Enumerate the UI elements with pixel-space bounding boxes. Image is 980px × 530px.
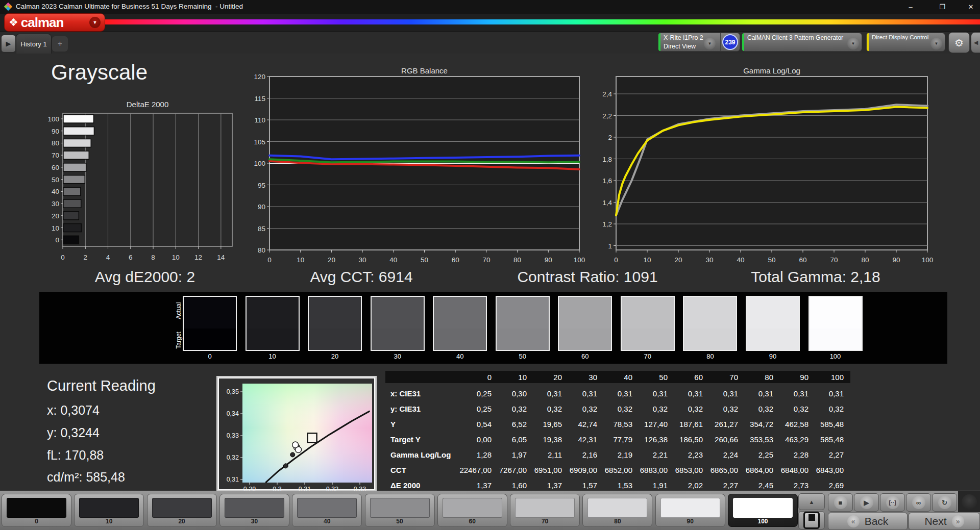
collapse-panel-button[interactable]: ◀: [971, 32, 980, 53]
table-cell: 2,19: [604, 447, 639, 462]
svg-text:40: 40: [52, 188, 59, 195]
restore-button[interactable]: ❐: [930, 0, 954, 14]
meter-reading-badge[interactable]: 239: [722, 34, 738, 50]
grayscale-swatch-80: [683, 296, 737, 351]
back-button[interactable]: « Back: [828, 513, 908, 530]
display-control-dropdown[interactable]: Direct Display Control ▼: [866, 33, 945, 52]
svg-text:60: 60: [52, 164, 59, 171]
pattern-button-30[interactable]: 30: [219, 494, 289, 527]
svg-text:1,4: 1,4: [602, 199, 612, 207]
actual-patch: [184, 297, 236, 329]
table-cell: 353,53: [745, 432, 780, 446]
settings-gear-button[interactable]: ⚙: [948, 32, 970, 53]
table-row-label: Y: [385, 417, 463, 431]
next-button[interactable]: Next »: [909, 513, 980, 530]
history-panel-toggle[interactable]: ▶: [1, 35, 16, 53]
pattern-swatch: [515, 498, 575, 518]
table-row-label: ΔE 2000: [385, 478, 463, 492]
table-cell: 1,60: [498, 478, 533, 492]
pattern-level-label: 80: [583, 518, 652, 525]
pattern-button-60[interactable]: 60: [437, 494, 507, 527]
svg-text:14: 14: [217, 254, 225, 261]
table-cell: 1,53: [604, 478, 639, 492]
svg-text:50: 50: [421, 256, 428, 264]
play-button[interactable]: ▶: [854, 493, 879, 512]
pattern-button-70[interactable]: 70: [510, 494, 580, 527]
chevron-down-icon[interactable]: ▼: [930, 38, 942, 49]
svg-text:90: 90: [258, 203, 265, 211]
svg-text:10: 10: [172, 254, 180, 261]
swatch-level-label: 10: [244, 352, 301, 360]
svg-text:20: 20: [328, 256, 335, 264]
calman-logo-button[interactable]: ❖ calman ▼: [4, 13, 105, 32]
add-tab-button[interactable]: +: [52, 36, 68, 52]
table-cell: 1,28: [463, 447, 498, 462]
pattern-button-10[interactable]: 10: [74, 494, 144, 527]
pattern-button-0[interactable]: 0: [2, 494, 71, 527]
pattern-button-40[interactable]: 40: [292, 494, 362, 527]
table-cell: 2,25: [745, 447, 780, 462]
svg-text:100: 100: [574, 256, 585, 264]
table-cell: 1,57: [569, 478, 604, 492]
table-cell: 0,30: [498, 386, 533, 400]
reading-fl: fL: 170,88: [47, 448, 104, 463]
svg-text:8: 8: [151, 254, 155, 261]
pattern-button-20[interactable]: 20: [147, 494, 217, 527]
pattern-button-50[interactable]: 50: [365, 494, 435, 527]
table-cell: 187,61: [674, 417, 709, 431]
svg-text:2,2: 2,2: [602, 112, 612, 120]
app-icon: [5, 3, 12, 11]
svg-text:2: 2: [84, 254, 88, 261]
table-cell: 0,31: [709, 386, 745, 400]
svg-text:100: 100: [47, 115, 59, 123]
table-cell: 6843,00: [815, 463, 850, 477]
svg-text:115: 115: [254, 95, 265, 103]
pattern-window-button[interactable]: [798, 511, 825, 529]
contrast-ratio-stat: Contrast Ratio: 1091: [517, 268, 657, 286]
refresh-button[interactable]: ↻: [932, 493, 957, 512]
svg-text:70: 70: [830, 256, 838, 264]
scroll-up-button[interactable]: ▲: [798, 493, 825, 510]
table-cell: 0,32: [745, 401, 780, 416]
chevron-down-icon[interactable]: ▼: [704, 38, 716, 49]
target-patch: [810, 329, 862, 350]
target-patch: [684, 329, 736, 350]
chevron-down-icon[interactable]: ▼: [847, 38, 859, 49]
stop-button[interactable]: ■: [828, 493, 853, 512]
table-cell: 2,23: [674, 447, 709, 462]
target-patch: [559, 329, 611, 350]
svg-text:4: 4: [106, 254, 110, 261]
target-patch: [497, 329, 549, 350]
table-cell: 6852,00: [604, 463, 639, 477]
svg-text:70: 70: [482, 256, 490, 264]
actual-patch: [372, 297, 424, 329]
table-cell: 19,38: [533, 432, 569, 446]
target-patch: [372, 329, 424, 350]
svg-text:10: 10: [52, 224, 59, 232]
tab-history-1[interactable]: History 1: [16, 34, 52, 54]
next-label: Next: [924, 515, 946, 527]
svg-text:20: 20: [52, 212, 59, 220]
meter-dropdown[interactable]: X-Rite i1Pro 2Direct View ▼ 239: [658, 33, 740, 52]
pattern-button-100[interactable]: 100: [728, 494, 798, 527]
svg-text:110: 110: [254, 116, 265, 124]
interval-button[interactable]: [··]: [880, 493, 905, 512]
minimize-button[interactable]: –: [898, 0, 923, 14]
pattern-button-90[interactable]: 90: [655, 494, 725, 527]
table-cell: 462,58: [780, 417, 815, 431]
close-button[interactable]: ✕: [959, 0, 980, 14]
chevron-down-icon[interactable]: ▼: [89, 17, 101, 28]
table-cell: 585,48: [815, 432, 850, 446]
loop-button[interactable]: ∞: [906, 493, 931, 512]
table-cell: 2,21: [639, 447, 674, 462]
pattern-swatch: [225, 498, 284, 518]
target-patch: [309, 329, 361, 350]
svg-text:40: 40: [389, 256, 397, 264]
svg-text:105: 105: [254, 138, 265, 146]
pattern-generator-dropdown[interactable]: CalMAN Client 3 Pattern Generator ▼: [742, 33, 862, 52]
back-label: Back: [865, 515, 889, 527]
pattern-button-80[interactable]: 80: [582, 494, 652, 527]
table-row-label: Target Y: [385, 432, 463, 446]
table-cell: 0,31: [533, 386, 569, 400]
svg-text:80: 80: [513, 256, 521, 264]
